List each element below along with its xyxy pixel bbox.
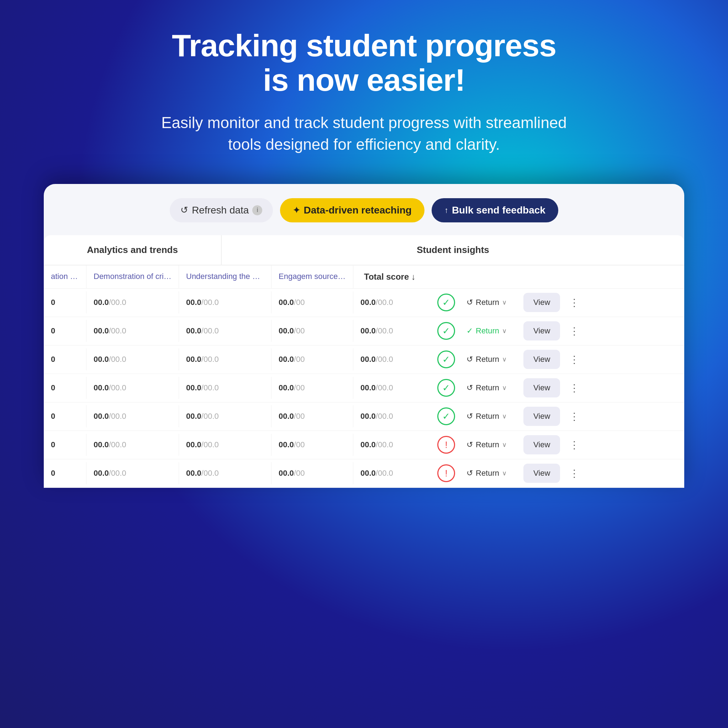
more-button[interactable]: ⋮	[566, 408, 583, 425]
table-row: 0 00.0/00.0 00.0/00.0 00.0/00 00.0/00.0 …	[44, 431, 684, 459]
status-icon-red: !	[437, 464, 455, 482]
dropdown-arrow: ∨	[502, 470, 507, 477]
total-score-cell: 00.0/00.0	[361, 326, 431, 335]
cell-1: 0	[44, 291, 86, 314]
return-button[interactable]: ↺ Return ∨	[461, 294, 518, 310]
feedback-label: Bulk send feedback	[452, 205, 546, 216]
cell-4: 00.0/00	[271, 348, 353, 370]
cell-1: 0	[44, 348, 86, 370]
total-score-cell: 00.0/00.0	[361, 383, 431, 393]
more-button[interactable]: ⋮	[566, 380, 583, 396]
dropdown-arrow: ∨	[502, 355, 507, 363]
col-header-2: Demonstration of critical thinking...	[86, 265, 179, 288]
return-button[interactable]: ↺ Return ∨	[461, 408, 518, 425]
row-left: 0 00.0/00.0 00.0/00.0 00.0/00	[44, 405, 353, 427]
return-icon: ↺	[466, 412, 473, 421]
cell-1: 0	[44, 377, 86, 399]
cell-3: 00.0/00.0	[179, 462, 271, 484]
total-score-cell: 00.0/00.0	[361, 412, 431, 421]
row-left: 0 00.0/00.0 00.0/00.0 00.0/00	[44, 348, 353, 370]
col-right-headers: Total score ↓	[353, 265, 684, 288]
total-score-header: Total score ↓	[364, 272, 416, 282]
refresh-icon: ↺	[180, 205, 188, 216]
dropdown-arrow: ∨	[502, 441, 507, 449]
reteach-button[interactable]: ✦ Data-driven reteaching	[280, 198, 424, 222]
row-left: 0 00.0/00.0 00.0/00.0 00.0/00	[44, 320, 353, 342]
return-icon: ↺	[466, 298, 473, 307]
row-right: 00.0/00.0 ✓ ↺ Return ∨ View ⋮	[353, 378, 684, 398]
hero-title: Tracking student progressis now easier!	[150, 29, 578, 98]
cell-2: 00.0/00.0	[86, 320, 179, 342]
cell-3: 00.0/00.0	[179, 434, 271, 456]
view-button[interactable]: View	[523, 293, 560, 312]
more-button[interactable]: ⋮	[566, 323, 583, 339]
more-button[interactable]: ⋮	[566, 352, 583, 367]
cell-1: 0	[44, 462, 86, 484]
return-button[interactable]: ↺ Return ∨	[461, 465, 518, 482]
cell-2: 00.0/00.0	[86, 462, 179, 484]
cell-2: 00.0/00.0	[86, 405, 179, 427]
table-row: 0 00.0/00.0 00.0/00.0 00.0/00 00.0/00.0 …	[44, 374, 684, 402]
view-button[interactable]: View	[523, 463, 560, 483]
more-button[interactable]: ⋮	[566, 465, 583, 482]
return-label: Return	[476, 440, 499, 450]
return-button[interactable]: ↺ Return ∨	[461, 437, 518, 453]
total-score-cell: 00.0/00.0	[361, 355, 431, 364]
view-button[interactable]: View	[523, 378, 560, 398]
cell-2: 00.0/00.0	[86, 377, 179, 399]
data-table: Analytics and trends Student insights at…	[44, 235, 684, 488]
row-right: 00.0/00.0 ! ↺ Return ∨ View ⋮	[353, 463, 684, 483]
return-button[interactable]: ↺ Return ∨	[461, 380, 518, 396]
row-right: 00.0/00.0 ✓ ↺ Return ∨ View ⋮	[353, 407, 684, 426]
col-header-3: Understanding the Bat symbol	[179, 265, 271, 288]
return-label: Return	[476, 469, 499, 478]
row-right: 00.0/00.0 ! ↺ Return ∨ View ⋮	[353, 435, 684, 454]
cell-4: 00.0/00	[271, 434, 353, 456]
row-right: 00.0/00.0 ✓ ✓ Return ∨ View ⋮	[353, 321, 684, 341]
spark-icon: ✦	[293, 205, 300, 215]
cell-3: 00.0/00.0	[179, 291, 271, 314]
refresh-label: Refresh data	[192, 205, 249, 216]
return-label: Return	[476, 383, 499, 393]
more-button[interactable]: ⋮	[566, 437, 583, 453]
table-row: 0 00.0/00.0 00.0/00.0 00.0/00 00.0/00.0 …	[44, 459, 684, 488]
return-button[interactable]: ↺ Return ∨	[461, 351, 518, 367]
status-icon-green: ✓	[437, 350, 455, 368]
return-label: Return	[476, 412, 499, 421]
cell-2: 00.0/00.0	[86, 348, 179, 370]
table-row: 0 00.0/00.0 00.0/00.0 00.0/00 00.0/00.0 …	[44, 346, 684, 374]
cell-3: 00.0/00.0	[179, 377, 271, 399]
cell-4: 00.0/00	[271, 462, 353, 484]
total-score-cell: 00.0/00.0	[361, 298, 431, 307]
col-left-headers: ation of s and t... Demonstration of cri…	[44, 265, 353, 288]
dropdown-arrow: ∨	[502, 384, 507, 392]
cell-4: 00.0/00	[271, 377, 353, 399]
refresh-data-button[interactable]: ↺ Refresh data i	[170, 198, 273, 222]
table-row: 0 00.0/00.0 00.0/00.0 00.0/00 00.0/00.0 …	[44, 317, 684, 346]
view-button[interactable]: View	[523, 407, 560, 426]
view-button[interactable]: View	[523, 350, 560, 369]
col-header-1: ation of s and t...	[44, 265, 86, 288]
more-button[interactable]: ⋮	[566, 295, 583, 310]
return-label: Return	[476, 326, 499, 335]
status-icon-green: ✓	[437, 322, 455, 340]
return-icon: ↺	[466, 383, 473, 393]
return-button[interactable]: ✓ Return ∨	[461, 323, 518, 339]
row-left: 0 00.0/00.0 00.0/00.0 00.0/00	[44, 434, 353, 456]
cell-2: 00.0/00.0	[86, 434, 179, 456]
feedback-button[interactable]: ↑ Bulk send feedback	[431, 198, 558, 222]
view-button[interactable]: View	[523, 435, 560, 454]
hero-text-block: Tracking student progressis now easier! …	[122, 29, 606, 156]
view-button[interactable]: View	[523, 321, 560, 341]
row-left: 0 00.0/00.0 00.0/00.0 00.0/00	[44, 377, 353, 399]
cell-3: 00.0/00.0	[179, 348, 271, 370]
row-right: 00.0/00.0 ✓ ↺ Return ∨ View ⋮	[353, 350, 684, 369]
card-container: ↺ Refresh data i ✦ Data-driven reteachin…	[44, 184, 684, 488]
cell-1: 0	[44, 434, 86, 456]
status-icon-red: !	[437, 436, 455, 454]
return-label: Return	[476, 355, 499, 364]
row-left: 0 00.0/00.0 00.0/00.0 00.0/00	[44, 462, 353, 484]
cell-4: 00.0/00	[271, 405, 353, 427]
info-icon: i	[252, 205, 262, 215]
reteach-label: Data-driven reteaching	[303, 205, 411, 216]
